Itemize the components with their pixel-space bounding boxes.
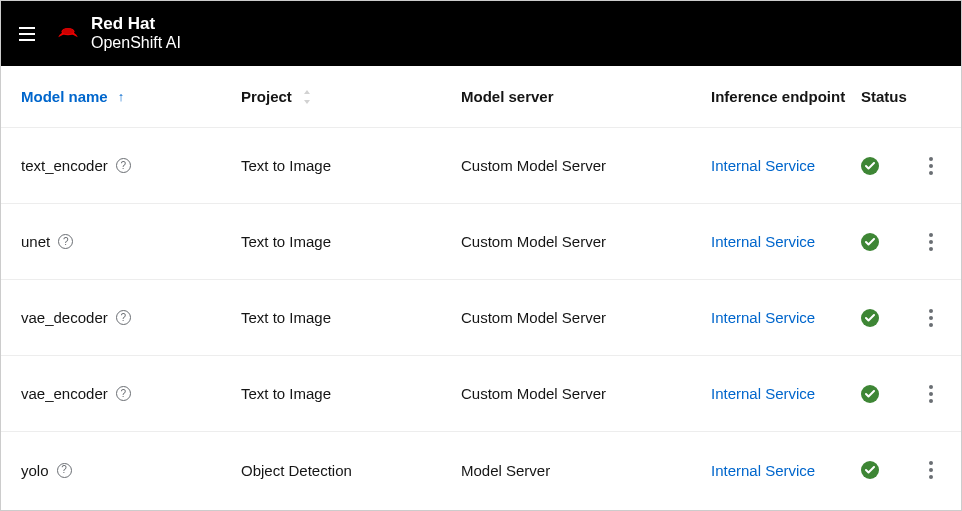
status-ok-icon [861, 385, 879, 403]
endpoint-link[interactable]: Internal Service [711, 462, 815, 479]
cell-model-name: text_encoder ? [21, 157, 241, 174]
brand-name-bottom: OpenShift AI [91, 34, 181, 52]
cell-model-server: Custom Model Server [461, 233, 711, 250]
cell-status [861, 157, 921, 175]
model-name-text: vae_decoder [21, 309, 108, 326]
menu-toggle-icon[interactable] [19, 19, 35, 49]
column-label: Model name [21, 88, 108, 105]
endpoint-link[interactable]: Internal Service [711, 157, 815, 174]
row-actions-kebab-icon[interactable] [921, 149, 941, 183]
redhat-fedora-icon [55, 24, 81, 44]
column-label: Project [241, 88, 292, 105]
column-header-model-server: Model server [461, 88, 711, 105]
cell-model-server: Custom Model Server [461, 309, 711, 326]
help-icon[interactable]: ? [116, 386, 131, 401]
brand-name-top: Red Hat [91, 15, 181, 34]
status-ok-icon [861, 309, 879, 327]
row-actions-kebab-icon[interactable] [921, 377, 941, 411]
model-name-text: text_encoder [21, 157, 108, 174]
table-row: text_encoder ? Text to Image Custom Mode… [1, 128, 961, 204]
model-name-text: yolo [21, 462, 49, 479]
row-actions-kebab-icon[interactable] [921, 453, 941, 487]
model-name-text: unet [21, 233, 50, 250]
column-header-model-name[interactable]: Model name ↑ [21, 88, 241, 105]
svg-point-2 [62, 28, 73, 34]
endpoint-link[interactable]: Internal Service [711, 233, 815, 250]
models-table: Model name ↑ Project Model server Infere… [1, 66, 961, 508]
cell-model-server: Custom Model Server [461, 157, 711, 174]
table-row: vae_decoder ? Text to Image Custom Model… [1, 280, 961, 356]
cell-status [861, 233, 921, 251]
cell-status [861, 309, 921, 327]
cell-inference-endpoint: Internal Service [711, 462, 861, 479]
row-actions-kebab-icon[interactable] [921, 301, 941, 335]
cell-status [861, 385, 921, 403]
column-header-status: Status [861, 88, 921, 105]
cell-model-server: Model Server [461, 462, 711, 479]
help-icon[interactable]: ? [116, 158, 131, 173]
sort-ascending-icon: ↑ [118, 89, 125, 104]
cell-status [861, 461, 921, 479]
table-row: unet ? Text to Image Custom Model Server… [1, 204, 961, 280]
endpoint-link[interactable]: Internal Service [711, 309, 815, 326]
help-icon[interactable]: ? [116, 310, 131, 325]
sort-neutral-icon [302, 90, 312, 104]
row-actions-kebab-icon[interactable] [921, 225, 941, 259]
help-icon[interactable]: ? [57, 463, 72, 478]
cell-inference-endpoint: Internal Service [711, 233, 861, 250]
table-row: yolo ? Object Detection Model Server Int… [1, 432, 961, 508]
cell-model-name: yolo ? [21, 462, 241, 479]
cell-project: Text to Image [241, 385, 461, 402]
cell-inference-endpoint: Internal Service [711, 309, 861, 326]
table-header-row: Model name ↑ Project Model server Infere… [1, 66, 961, 128]
cell-project: Text to Image [241, 309, 461, 326]
cell-project: Object Detection [241, 462, 461, 479]
column-label: Model server [461, 88, 554, 105]
model-name-text: vae_encoder [21, 385, 108, 402]
cell-inference-endpoint: Internal Service [711, 385, 861, 402]
cell-project: Text to Image [241, 233, 461, 250]
table-row: vae_encoder ? Text to Image Custom Model… [1, 356, 961, 432]
help-icon[interactable]: ? [58, 234, 73, 249]
column-label: Status [861, 88, 907, 105]
brand-logo[interactable]: Red Hat OpenShift AI [55, 15, 181, 51]
status-ok-icon [861, 233, 879, 251]
cell-inference-endpoint: Internal Service [711, 157, 861, 174]
cell-model-name: unet ? [21, 233, 241, 250]
status-ok-icon [861, 461, 879, 479]
column-label: Inference endpoint [711, 88, 845, 105]
status-ok-icon [861, 157, 879, 175]
column-header-project[interactable]: Project [241, 88, 461, 105]
cell-project: Text to Image [241, 157, 461, 174]
cell-model-name: vae_decoder ? [21, 309, 241, 326]
endpoint-link[interactable]: Internal Service [711, 385, 815, 402]
column-header-inference-endpoint: Inference endpoint [711, 88, 861, 105]
cell-model-name: vae_encoder ? [21, 385, 241, 402]
app-header: Red Hat OpenShift AI [1, 1, 961, 66]
cell-model-server: Custom Model Server [461, 385, 711, 402]
